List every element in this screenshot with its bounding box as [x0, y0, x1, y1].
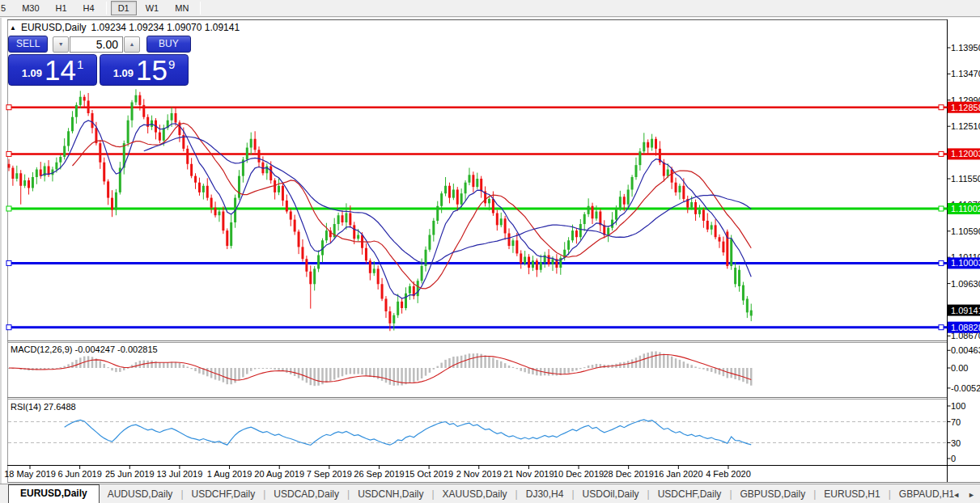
svg-text:13 Jul 2019: 13 Jul 2019	[156, 469, 202, 479]
timeframe-button-h1[interactable]: H1	[49, 1, 74, 15]
svg-text:1.10003: 1.10003	[951, 258, 980, 268]
svg-text:26 Sep 2019: 26 Sep 2019	[354, 469, 404, 479]
svg-text:6 Jun 2019: 6 Jun 2019	[57, 469, 101, 479]
svg-text:1.12858: 1.12858	[951, 103, 980, 112]
tab-scroll-left-icon[interactable]: ◄	[952, 491, 960, 499]
candlesticks	[8, 89, 753, 331]
svg-text:1 Aug 2019: 1 Aug 2019	[207, 469, 252, 479]
chart-tab-eurusd-h1[interactable]: EURUSD,H1	[816, 486, 888, 503]
svg-text:1.12510: 1.12510	[951, 121, 980, 131]
svg-text:21 Nov 2019: 21 Nov 2019	[503, 469, 554, 479]
svg-text:-0.005299: -0.005299	[951, 383, 980, 393]
svg-text:0.00: 0.00	[951, 363, 968, 373]
horizontal-level-lines[interactable]	[6, 105, 948, 330]
svg-text:25 Jun 2019: 25 Jun 2019	[105, 469, 155, 479]
price-axis[interactable]: 1.139501.134701.129901.125101.120301.115…	[948, 43, 980, 340]
svg-text:15 Oct 2019: 15 Oct 2019	[405, 469, 453, 479]
svg-text:1.09630: 1.09630	[951, 279, 980, 289]
svg-text:1.11550: 1.11550	[951, 174, 980, 184]
svg-text:1.09141: 1.09141	[951, 306, 980, 315]
buy-price-prefix: 1.09	[113, 67, 134, 79]
sell-button[interactable]: SELL	[8, 36, 48, 53]
svg-text:20 Aug 2019: 20 Aug 2019	[254, 469, 304, 479]
mt4-window: 5M30H1H4D1W1MN 1.139501.134701.129901.12…	[0, 0, 980, 503]
chart-tab-usdcad-daily[interactable]: USDCAD,Daily	[265, 486, 347, 503]
svg-text:16 Jan 2020: 16 Jan 2020	[654, 469, 703, 479]
svg-text:70: 70	[951, 417, 961, 427]
svg-text:0.00463: 0.00463	[951, 345, 980, 355]
ohlc-readout: 1.09234 1.09234 1.09070 1.09141	[91, 22, 240, 33]
timeframe-toolbar: 5M30H1H4D1W1MN	[0, 0, 980, 17]
buy-price-panel[interactable]: 1.09 15 9	[100, 54, 189, 86]
sell-price-panel[interactable]: 1.09 14 1	[8, 54, 97, 86]
symbol-label: EURUSD,Daily	[21, 22, 87, 33]
timeframe-button-w1[interactable]: W1	[138, 1, 167, 15]
chart-tab-eurusd-daily[interactable]: EURUSD,Daily	[8, 484, 100, 503]
svg-text:28 Dec 2019: 28 Dec 2019	[603, 469, 653, 479]
buy-button[interactable]: BUY	[146, 36, 191, 53]
rsi-indicator-label: RSI(14) 27.6488	[11, 402, 76, 412]
one-click-trading-panel: SELL ▼ ▲ BUY 1.09 14 1 1.09 15 9	[8, 36, 191, 86]
svg-text:100: 100	[951, 401, 965, 411]
toolbar-separator	[200, 2, 201, 15]
svg-text:30: 30	[951, 438, 961, 448]
timeframe-button-5[interactable]: 5	[0, 1, 13, 15]
timeframe-button-d1[interactable]: D1	[111, 1, 137, 15]
sell-price-pip: 1	[77, 57, 83, 71]
svg-text:2 Nov 2019: 2 Nov 2019	[456, 469, 502, 479]
svg-text:0: 0	[951, 454, 956, 463]
volume-decrease-button[interactable]: ▼	[53, 36, 69, 53]
timeframe-button-mn[interactable]: MN	[168, 1, 196, 15]
svg-text:1.11002: 1.11002	[951, 204, 980, 213]
chart-tab-usdchf-daily[interactable]: USDCHF,Daily	[184, 486, 264, 503]
sell-price-prefix: 1.09	[22, 67, 42, 79]
tab-scroll-arrows: ◄►	[952, 491, 975, 499]
svg-text:1.10590: 1.10590	[951, 226, 980, 236]
rsi-pane: 10070300	[8, 401, 965, 463]
toolbar-separator	[106, 2, 107, 15]
macd-indicator-label: MACD(12,26,9) -0.004247 -0.002815	[11, 344, 158, 354]
svg-text:4 Feb 2020: 4 Feb 2020	[706, 469, 751, 479]
chart-canvas[interactable]: 1.139501.134701.129901.125101.120301.115…	[2, 18, 980, 484]
svg-text:1.13470: 1.13470	[951, 69, 980, 78]
chart-tab-dj30-h4[interactable]: DJ30,H4	[518, 486, 572, 503]
chart-tab-usdcnh-daily[interactable]: USDCNH,Daily	[350, 486, 431, 503]
chart-symbol-title: ▲ EURUSD,Daily 1.09234 1.09234 1.09070 1…	[10, 22, 240, 33]
buy-price-pip: 9	[168, 57, 175, 71]
chart-tab-audusd-daily[interactable]: AUDUSD,Daily	[100, 486, 181, 503]
timeframe-button-m30[interactable]: M30	[15, 1, 46, 15]
chart-tab-usdchf-daily[interactable]: USDCHF,Daily	[650, 486, 730, 503]
chart-tab-xauusd-daily[interactable]: XAUUSD,Daily	[435, 486, 515, 503]
timeframe-button-h4[interactable]: H4	[76, 1, 102, 15]
svg-text:18 May 2019: 18 May 2019	[4, 469, 56, 479]
buy-price-big: 15	[136, 55, 168, 85]
volume-increase-button[interactable]: ▲	[124, 36, 140, 53]
date-axis[interactable]: 18 May 20196 Jun 201925 Jun 201913 Jul 2…	[4, 466, 751, 479]
svg-text:1.13950: 1.13950	[951, 43, 980, 53]
collapse-panel-icon[interactable]: ▲	[10, 24, 16, 32]
chart-tab-gbpaud-h1[interactable]: GBPAUD,H1	[891, 486, 962, 503]
chart-tab-gbpusd-daily[interactable]: GBPUSD,Daily	[732, 486, 814, 503]
svg-text:10 Dec 2019: 10 Dec 2019	[554, 469, 604, 479]
svg-text:1.08828: 1.08828	[951, 323, 980, 332]
volume-input[interactable]	[70, 36, 123, 53]
chart-window: 1.139501.134701.129901.125101.120301.115…	[0, 18, 980, 484]
chart-tab-usdoil-daily[interactable]: USDOil,Daily	[575, 486, 647, 503]
svg-text:1.12003: 1.12003	[951, 149, 980, 159]
chart-tab-bar: EURUSD,Daily AUDUSD,Daily|USDCHF,Daily|U…	[0, 484, 980, 503]
tab-scroll-right-icon[interactable]: ►	[968, 491, 975, 499]
sell-price-big: 14	[45, 55, 76, 85]
svg-text:7 Sep 2019: 7 Sep 2019	[307, 469, 352, 479]
